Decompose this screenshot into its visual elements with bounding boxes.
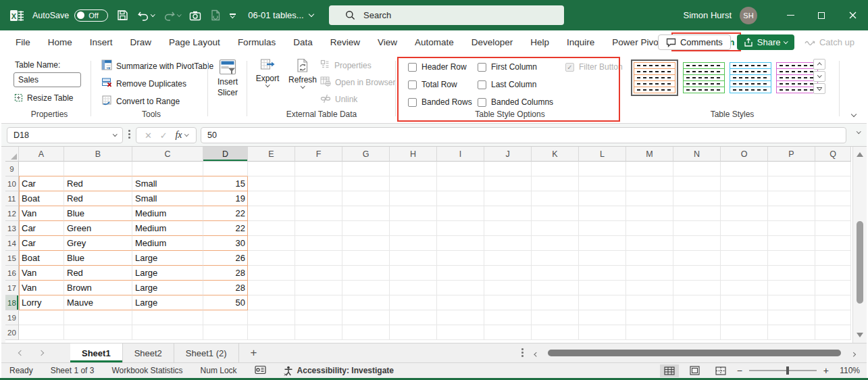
ribbon-tab-review[interactable]: Review <box>322 30 369 54</box>
cell-c19[interactable] <box>132 310 203 325</box>
status-sheet-1-of-3[interactable]: Sheet 1 of 3 <box>51 366 95 375</box>
ribbon-tab-page-layout[interactable]: Page Layout <box>160 30 229 54</box>
cell-e16[interactable] <box>248 266 295 281</box>
cell-f17[interactable] <box>295 281 342 295</box>
name-box-dropdown-icon[interactable] <box>113 132 117 136</box>
row-header-20[interactable]: 20 <box>5 325 19 340</box>
cell-a15[interactable]: Boat <box>19 251 64 266</box>
select-all-corner[interactable] <box>5 147 19 162</box>
cell-m13[interactable] <box>626 221 673 236</box>
customize-quick-access-icon[interactable] <box>230 14 236 17</box>
save-button[interactable] <box>117 9 128 21</box>
row-header-18[interactable]: 18 <box>5 295 19 310</box>
cell-f11[interactable] <box>295 191 342 206</box>
row-header-13[interactable]: 13 <box>5 221 19 236</box>
cell-h19[interactable] <box>390 310 437 325</box>
column-header-f[interactable]: F <box>295 147 342 162</box>
cell-h11[interactable] <box>390 191 437 206</box>
cell-g12[interactable] <box>342 206 390 221</box>
cell-g13[interactable] <box>342 221 390 236</box>
cell-l19[interactable] <box>579 310 626 325</box>
cell-q19[interactable] <box>815 310 851 325</box>
tab-strip-menu-icon[interactable] <box>521 348 524 357</box>
checkbox-banded-rows[interactable]: Banded Rows <box>408 97 478 107</box>
table-style-swatch-1[interactable] <box>634 62 675 93</box>
cell-j14[interactable] <box>484 236 532 251</box>
cell-b9[interactable] <box>64 162 132 176</box>
cell-o15[interactable] <box>721 251 768 266</box>
cell-b10[interactable]: Red <box>64 176 132 191</box>
cell-d13[interactable]: 22 <box>203 221 248 236</box>
collapse-ribbon-icon[interactable] <box>851 112 857 117</box>
cell-l20[interactable] <box>579 325 626 340</box>
cell-o13[interactable] <box>721 221 768 236</box>
share-button[interactable]: Share <box>737 34 794 50</box>
row-header-17[interactable]: 17 <box>5 281 19 295</box>
cell-h15[interactable] <box>390 251 437 266</box>
column-header-c[interactable]: C <box>132 147 203 162</box>
cell-p20[interactable] <box>768 325 815 340</box>
cell-o9[interactable] <box>721 162 768 176</box>
cell-m19[interactable] <box>626 310 673 325</box>
cell-c17[interactable]: Large <box>132 281 203 295</box>
cell-m14[interactable] <box>626 236 673 251</box>
cell-p14[interactable] <box>768 236 815 251</box>
cell-d16[interactable]: 28 <box>203 266 248 281</box>
zoom-level[interactable]: 110% <box>836 366 860 375</box>
accessibility-status[interactable]: Accessibility: Investigate <box>284 366 394 376</box>
checkbox-last-column[interactable]: Last Column <box>478 80 565 89</box>
avatar[interactable]: SH <box>740 7 757 24</box>
cell-a12[interactable]: Van <box>19 206 64 221</box>
status-ready[interactable]: Ready <box>9 366 33 375</box>
cell-e19[interactable] <box>248 310 295 325</box>
cell-q17[interactable] <box>815 281 851 295</box>
cell-m9[interactable] <box>626 162 673 176</box>
document-inspect-button[interactable] <box>210 9 221 21</box>
cell-o19[interactable] <box>721 310 768 325</box>
ribbon-tab-help[interactable]: Help <box>521 30 558 54</box>
ribbon-tab-developer[interactable]: Developer <box>463 30 522 54</box>
cell-b14[interactable]: Grey <box>64 236 132 251</box>
scroll-right-arrow[interactable] <box>852 348 855 358</box>
cell-f14[interactable] <box>295 236 342 251</box>
vertical-scrollbar[interactable] <box>852 147 867 343</box>
cell-i19[interactable] <box>437 310 484 325</box>
cell-n17[interactable] <box>673 281 721 295</box>
cell-l11[interactable] <box>579 191 626 206</box>
cell-d17[interactable]: 28 <box>203 281 248 295</box>
cell-a9[interactable] <box>19 162 64 176</box>
cell-p19[interactable] <box>768 310 815 325</box>
scroll-up-arrow[interactable] <box>857 152 863 157</box>
cell-d10[interactable]: 15 <box>203 176 248 191</box>
formula-bar-handle[interactable] <box>128 130 130 139</box>
cell-p12[interactable] <box>768 206 815 221</box>
cell-d15[interactable]: 26 <box>203 251 248 266</box>
cell-h14[interactable] <box>390 236 437 251</box>
cell-a10[interactable]: Car <box>19 176 64 191</box>
cell-n19[interactable] <box>673 310 721 325</box>
search-input[interactable] <box>363 10 532 20</box>
cell-g9[interactable] <box>342 162 390 176</box>
column-header-b[interactable]: B <box>64 147 132 162</box>
cell-k13[interactable] <box>532 221 579 236</box>
cell-c20[interactable] <box>132 325 203 340</box>
cell-k10[interactable] <box>532 176 579 191</box>
page-layout-view-button[interactable] <box>686 364 705 377</box>
cell-k17[interactable] <box>532 281 579 295</box>
cell-o16[interactable] <box>721 266 768 281</box>
cell-c10[interactable]: Small <box>132 176 203 191</box>
column-header-l[interactable]: L <box>579 147 626 162</box>
cell-e20[interactable] <box>248 325 295 340</box>
cell-j18[interactable] <box>484 295 532 310</box>
cell-g15[interactable] <box>342 251 390 266</box>
cell-h17[interactable] <box>390 281 437 295</box>
ribbon-tab-file[interactable]: File <box>7 30 39 54</box>
cell-h10[interactable] <box>390 176 437 191</box>
cell-l10[interactable] <box>579 176 626 191</box>
formula-input[interactable]: 50 <box>201 127 846 143</box>
ribbon-tab-view[interactable]: View <box>369 30 406 54</box>
ribbon-tab-automate[interactable]: Automate <box>406 30 463 54</box>
cell-m20[interactable] <box>626 325 673 340</box>
cell-b20[interactable] <box>64 325 132 340</box>
sheet-cells[interactable]: ABCDEFGHIJKLMNOPQ910CarRedSmall1511BoatR… <box>5 147 851 340</box>
